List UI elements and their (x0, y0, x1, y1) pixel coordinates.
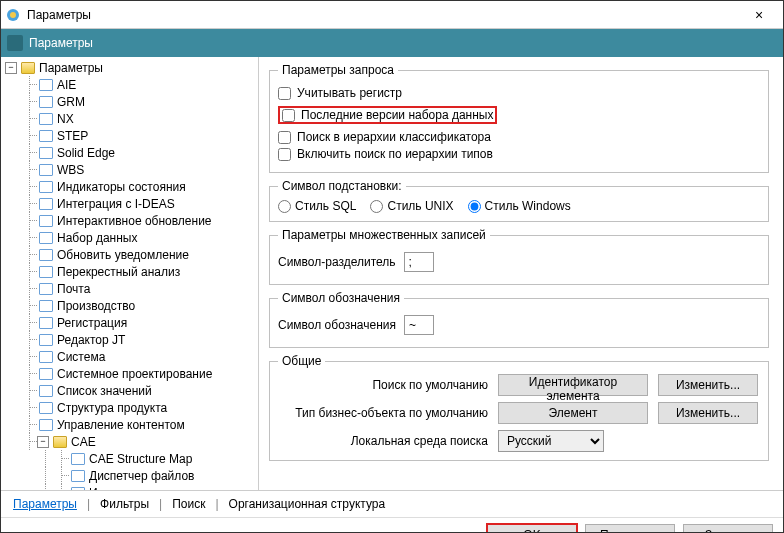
tree-node-label: CAE Structure Map (89, 452, 192, 466)
collapse-icon[interactable]: − (5, 62, 17, 74)
tree-node[interactable]: Регистрация (5, 314, 258, 331)
tree-node[interactable]: Индикаторы состояния (5, 178, 258, 195)
tree-node-label: Индикаторы состояния (57, 180, 186, 194)
change-bo-button[interactable]: Изменить... (658, 402, 758, 424)
tree-scroll[interactable]: − Параметры AIEGRMNXSTEPSolid EdgeWBSИнд… (1, 57, 258, 490)
close-button[interactable]: Закрыть (683, 524, 773, 533)
tree-node[interactable]: Перекрестный анализ (5, 263, 258, 280)
sep-input[interactable] (404, 252, 434, 272)
folder-icon (39, 130, 53, 142)
tree-node[interactable]: Почта (5, 280, 258, 297)
tree-node[interactable]: Solid Edge (5, 144, 258, 161)
folder-icon (39, 232, 53, 244)
folder-icon (39, 351, 53, 363)
tree-node[interactable]: Управление контентом (5, 416, 258, 433)
tree-node[interactable]: Интерактивное обновление (5, 212, 258, 229)
tree-node[interactable]: Интеграция с I-DEAS (5, 195, 258, 212)
radio-unix[interactable]: Стиль UNIX (370, 199, 453, 213)
subheader-title: Параметры (29, 36, 93, 50)
folder-icon (39, 113, 53, 125)
bottom-tabs: Параметры| Фильтры| Поиск| Организационн… (1, 490, 783, 517)
folder-icon (21, 62, 35, 74)
locale-select[interactable]: Русский (498, 430, 604, 452)
folder-icon (39, 164, 53, 176)
checkbox-latest-input[interactable] (282, 109, 295, 122)
tab-org[interactable]: Организационная структура (227, 497, 388, 511)
close-button[interactable]: × (739, 7, 779, 23)
tree-node-label: Перекрестный анализ (57, 265, 180, 279)
tree-node[interactable]: Системное проектирование (5, 365, 258, 382)
folder-icon (39, 198, 53, 210)
tree-node[interactable]: Производство (5, 297, 258, 314)
tree-root-node[interactable]: − Параметры (5, 59, 258, 76)
tree-node-label: Производство (57, 299, 135, 313)
tree-node[interactable]: CAE Structure Map (5, 450, 258, 467)
tree-node[interactable]: Обновить уведомление (5, 246, 258, 263)
gear-icon (7, 35, 23, 51)
footer-buttons: OK Применить Закрыть (1, 517, 783, 533)
tree-node[interactable]: WBS (5, 161, 258, 178)
tree-node[interactable]: Набор данных (5, 229, 258, 246)
radio-windows[interactable]: Стиль Windows (468, 199, 571, 213)
tree-node[interactable]: STEP (5, 127, 258, 144)
tree-node-cae[interactable]: − CAE (5, 433, 258, 450)
tree-node-label: Редактор JT (57, 333, 125, 347)
tree-node-label: Обновить уведомление (57, 248, 189, 262)
checkbox-latest-label: Последние версии набора данных (301, 108, 493, 122)
checkbox-case-input[interactable] (278, 87, 291, 100)
default-search-button[interactable]: Идентификатор элемента (498, 374, 648, 396)
tree-node[interactable]: Система (5, 348, 258, 365)
collapse-icon[interactable]: − (37, 436, 49, 448)
checkbox-classifier[interactable]: Поиск в иерархии классификатора (278, 130, 760, 144)
checkbox-types-label: Включить поиск по иерархии типов (297, 147, 493, 161)
multi-legend: Параметры множественных записей (278, 228, 490, 242)
tree-node[interactable]: AIE (5, 76, 258, 93)
tree-node[interactable]: Инспектор (5, 484, 258, 490)
tree-node-label: AIE (57, 78, 76, 92)
tree-node-label: Solid Edge (57, 146, 115, 160)
app-icon (5, 7, 21, 23)
tree-node[interactable]: Список значений (5, 382, 258, 399)
ok-button[interactable]: OK (487, 524, 577, 533)
radio-sql[interactable]: Стиль SQL (278, 199, 356, 213)
tab-params[interactable]: Параметры (11, 497, 79, 511)
folder-icon (39, 300, 53, 312)
tab-search[interactable]: Поиск (170, 497, 207, 511)
folder-icon (39, 96, 53, 108)
checkbox-classifier-input[interactable] (278, 131, 291, 144)
tree-node-label: WBS (57, 163, 84, 177)
tree-node-label: Почта (57, 282, 90, 296)
folder-icon (39, 334, 53, 346)
tree-node-label: GRM (57, 95, 85, 109)
symbol-input[interactable] (404, 315, 434, 335)
tree-node-label: Система (57, 350, 105, 364)
tree-node[interactable]: Редактор JT (5, 331, 258, 348)
checkbox-latest[interactable]: Последние версии набора данных (278, 106, 497, 124)
titlebar: Параметры × (1, 1, 783, 29)
checkbox-types[interactable]: Включить поиск по иерархии типов (278, 147, 760, 161)
folder-icon (53, 436, 67, 448)
symbol-group: Символ обозначения Символ обозначения (269, 291, 769, 348)
change-search-button[interactable]: Изменить... (658, 374, 758, 396)
tree-node[interactable]: Структура продукта (5, 399, 258, 416)
folder-icon (39, 317, 53, 329)
folder-icon (39, 402, 53, 414)
tree-node-label: Диспетчер файлов (89, 469, 194, 483)
bo-type-button[interactable]: Элемент (498, 402, 648, 424)
tab-filters[interactable]: Фильтры (98, 497, 151, 511)
right-pane: Параметры запроса Учитывать регистр Посл… (259, 57, 783, 490)
checkbox-types-input[interactable] (278, 148, 291, 161)
sep-label: Символ-разделитель (278, 255, 396, 269)
apply-button[interactable]: Применить (585, 524, 675, 533)
tree-node-label: Системное проектирование (57, 367, 212, 381)
folder-icon (71, 487, 85, 491)
multi-group: Параметры множественных записей Символ-р… (269, 228, 769, 285)
tree-node-label: Интеграция с I-DEAS (57, 197, 175, 211)
content: − Параметры AIEGRMNXSTEPSolid EdgeWBSИнд… (1, 57, 783, 490)
tree-node[interactable]: Диспетчер файлов (5, 467, 258, 484)
tree-node[interactable]: NX (5, 110, 258, 127)
tree-node-label: Управление контентом (57, 418, 185, 432)
checkbox-case[interactable]: Учитывать регистр (278, 86, 760, 100)
tree-node[interactable]: GRM (5, 93, 258, 110)
locale-label: Локальная среда поиска (278, 434, 488, 448)
